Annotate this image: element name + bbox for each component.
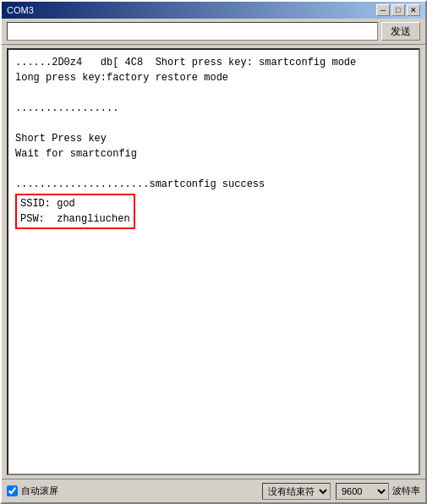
- send-button[interactable]: 发送: [381, 22, 420, 41]
- console-line: [15, 85, 412, 101]
- console-line: ......2D0z4 db[ 4C8 Short press key: sma…: [15, 55, 412, 70]
- toolbar: 发送: [2, 19, 425, 45]
- baud-rate-group: 300 600 1200 2400 4800 9600 14400 19200 …: [336, 483, 420, 500]
- title-bar: COM3 ─ □ ✕: [2, 2, 425, 19]
- baud-rate-label: 波特率: [392, 485, 420, 497]
- console-line: [15, 162, 412, 177]
- console-line: .................: [15, 101, 412, 116]
- main-window: COM3 ─ □ ✕ 发送 ......2D0z4 db[ 4C8 Short …: [0, 0, 427, 504]
- console-line: long press key:factory restore mode: [15, 70, 412, 85]
- status-bar: 自动滚屏 没有结束符 换行 回车 回车换行 300 600 1200 2400 …: [2, 479, 425, 502]
- baud-rate-select[interactable]: 300 600 1200 2400 4800 9600 14400 19200 …: [336, 483, 389, 500]
- command-input[interactable]: [7, 22, 378, 41]
- title-bar-controls: ─ □ ✕: [376, 4, 420, 16]
- console-output: ......2D0z4 db[ 4C8 Short press key: sma…: [7, 48, 420, 475]
- line-ending-select[interactable]: 没有结束符 换行 回车 回车换行: [262, 483, 331, 500]
- line-ending-group: 没有结束符 换行 回车 回车换行: [262, 483, 331, 500]
- auto-scroll-group: 自动滚屏: [7, 485, 58, 497]
- auto-scroll-checkbox[interactable]: [7, 485, 18, 496]
- maximize-button[interactable]: □: [391, 4, 405, 16]
- window-title: COM3: [7, 5, 34, 15]
- ssid-psw-box: SSID: god PSW: zhangliuchen: [15, 194, 135, 229]
- title-bar-title: COM3: [7, 5, 34, 15]
- close-button[interactable]: ✕: [407, 4, 420, 16]
- console-line: [15, 116, 412, 131]
- psw-line: PSW: zhangliuchen: [20, 211, 130, 227]
- console-line: Wait for smartconfig: [15, 146, 412, 162]
- minimize-button[interactable]: ─: [376, 4, 390, 16]
- console-line: Short Press key: [15, 131, 412, 146]
- auto-scroll-label: 自动滚屏: [21, 485, 58, 497]
- console-line: ......................smartconfig succes…: [15, 177, 412, 192]
- ssid-line: SSID: god: [20, 196, 130, 211]
